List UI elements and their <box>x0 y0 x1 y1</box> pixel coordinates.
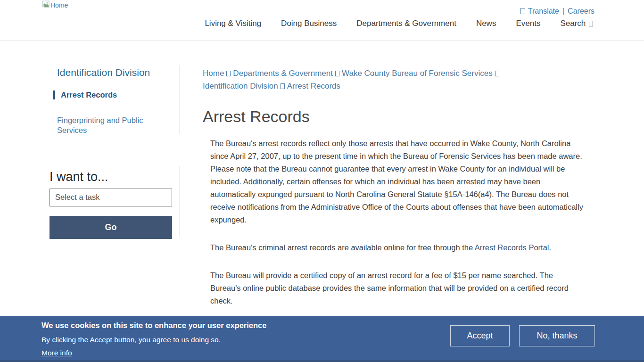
no-thanks-button[interactable]: No, thanks <box>519 325 595 346</box>
breadcrumb-separator-icon <box>226 71 231 76</box>
accept-button[interactable]: Accept <box>450 325 510 346</box>
breadcrumb-separator-icon <box>281 83 285 89</box>
home-logo-label: Home <box>50 1 68 9</box>
paragraph-overview: The Bureau's arrest records reflect only… <box>210 137 585 226</box>
page: Home Translate|Careers Living & Visiting… <box>0 0 644 362</box>
home-logo-link[interactable]: Home <box>42 0 68 9</box>
broken-image-icon <box>42 0 50 9</box>
breadcrumb: HomeDepartments & GovernmentWake County … <box>203 67 533 92</box>
utility-links: Translate|Careers <box>520 7 594 16</box>
translate-icon <box>520 8 525 14</box>
sidebar-item-arrest-records[interactable]: Arrest Records <box>53 90 173 99</box>
sidebar: Identification Division Arrest Records F… <box>50 67 173 135</box>
cookie-banner: We use cookies on this site to enhance y… <box>0 316 644 362</box>
search-icon <box>589 21 593 26</box>
careers-link[interactable]: Careers <box>568 7 594 15</box>
breadcrumb-arrest-records[interactable]: Arrest Records <box>287 82 340 90</box>
breadcrumb-separator-icon <box>495 71 499 76</box>
nav-living-visiting[interactable]: Living & Visiting <box>205 19 261 28</box>
sidebar-divider-bottom <box>179 166 180 237</box>
nav-news[interactable]: News <box>476 19 496 28</box>
sidebar-divider-top <box>179 65 180 134</box>
breadcrumb-home[interactable]: Home <box>203 69 224 78</box>
sidebar-item-fingerprinting[interactable]: Fingerprinting and Public Services <box>50 115 153 135</box>
paragraph-portal: The Bureau's criminal arrest records are… <box>210 241 585 254</box>
arrest-records-portal-link[interactable]: Arrest Records Portal <box>475 243 549 252</box>
breadcrumb-identification-division[interactable]: Identification Division <box>203 82 278 90</box>
article-body: The Bureau's arrest records reflect only… <box>210 137 585 307</box>
paragraph-portal-period: . <box>549 243 552 252</box>
nav-doing-business[interactable]: Doing Business <box>281 19 337 28</box>
paragraph-certified-copy: The Bureau will provide a certified copy… <box>210 269 585 307</box>
nav-events[interactable]: Events <box>516 19 540 28</box>
site-header: Home Translate|Careers Living & Visiting… <box>0 0 644 41</box>
task-select[interactable]: Select a task <box>50 189 172 206</box>
i-want-to-title: I want to... <box>50 170 172 184</box>
nav-search[interactable]: Search <box>560 19 594 28</box>
breadcrumb-separator-icon <box>335 71 339 76</box>
go-button[interactable]: Go <box>50 216 172 239</box>
cookie-banner-inner: We use cookies on this site to enhance y… <box>0 316 644 360</box>
more-info-link[interactable]: More info <box>41 349 72 357</box>
breadcrumb-forensic-services[interactable]: Wake County Bureau of Forensic Services <box>342 69 493 78</box>
main-content: HomeDepartments & GovernmentWake County … <box>203 67 586 322</box>
nav-departments-government[interactable]: Departments & Government <box>356 19 456 28</box>
main-navigation: Living & Visiting Doing Business Departm… <box>205 19 594 28</box>
translate-link[interactable]: Translate <box>520 7 559 15</box>
breadcrumb-departments[interactable]: Departments & Government <box>233 69 333 78</box>
utility-separator: | <box>562 7 564 15</box>
page-title: Arrest Records <box>203 107 586 126</box>
sidebar-section-title: Identification Division <box>50 67 173 78</box>
i-want-to-widget: I want to... Select a task Go <box>50 170 172 239</box>
paragraph-portal-text: The Bureau's criminal arrest records are… <box>210 243 475 252</box>
